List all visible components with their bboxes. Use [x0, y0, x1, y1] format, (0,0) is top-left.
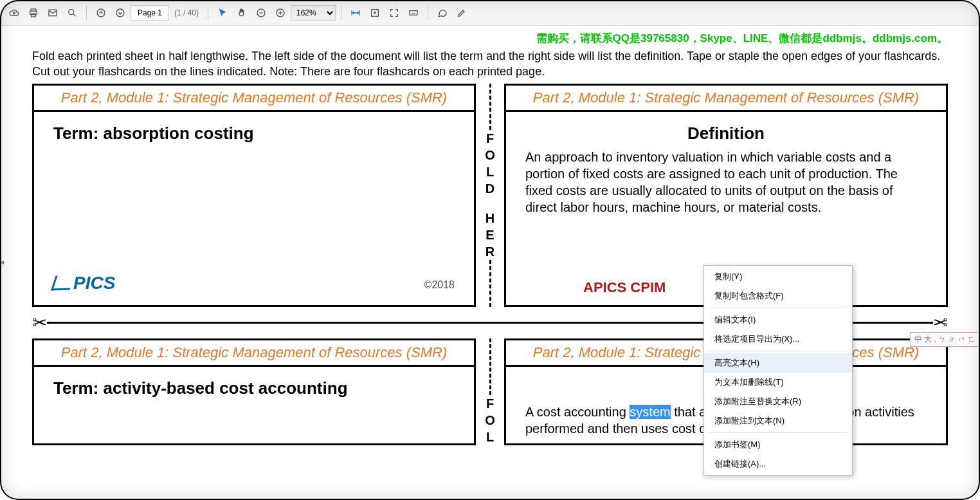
ctx-bookmark[interactable]: 添加书签(M) — [704, 435, 852, 454]
ctx-strikethrough[interactable]: 为文本加删除线(T) — [704, 373, 852, 392]
fold-letter: L — [486, 163, 494, 180]
toolbar-separator — [428, 6, 428, 20]
select-tool-icon[interactable] — [213, 4, 231, 22]
ctx-copy[interactable]: 复制(Y) — [704, 267, 852, 286]
keyboard-icon[interactable] — [404, 4, 422, 22]
panel-expand-handle[interactable]: ◂ — [0, 257, 4, 266]
email-icon[interactable] — [44, 4, 62, 22]
flashcard-term: Part 2, Module 1: Strategic Management o… — [32, 84, 476, 307]
zoom-select[interactable]: 162% — [291, 5, 336, 21]
definition-text: An approach to inventory valuation in wh… — [525, 149, 927, 216]
card-module-title: Part 2, Module 1: Strategic Management o… — [34, 86, 474, 112]
toolbar-separator — [208, 6, 208, 20]
zoom-in-icon[interactable] — [271, 4, 289, 22]
fold-letter: O — [485, 412, 495, 429]
ctx-replace-note[interactable]: 添加附注至替换文本(R) — [704, 392, 852, 411]
svg-rect-10 — [410, 10, 417, 15]
print-icon[interactable] — [24, 4, 42, 22]
search-icon[interactable] — [63, 4, 81, 22]
instructions-text: Fold each printed sheet in half lengthwi… — [32, 48, 948, 80]
fold-letter: F — [486, 395, 494, 412]
fullscreen-icon[interactable] — [385, 4, 403, 22]
scissors-icon: ✂ — [32, 312, 47, 333]
fold-line: F O L D H E R — [476, 84, 504, 307]
hand-tool-icon[interactable] — [233, 4, 251, 22]
selected-text: system — [630, 405, 670, 419]
cloud-upload-icon[interactable] — [5, 4, 23, 22]
page-up-icon[interactable] — [92, 4, 110, 22]
term-text: Term: activity-based cost accounting — [53, 378, 455, 398]
ctx-separator — [709, 432, 847, 433]
fit-page-icon[interactable] — [366, 4, 384, 22]
fold-line: F O L — [476, 338, 504, 445]
ctx-export-selection[interactable]: 将选定项目导出为(X)... — [704, 329, 852, 349]
ctx-highlight[interactable]: 高亮文本(H) — [704, 353, 852, 373]
svg-point-4 — [69, 9, 74, 14]
fold-letter: H — [485, 210, 495, 227]
zoom-out-icon[interactable] — [252, 4, 270, 22]
fit-width-icon[interactable] — [347, 4, 365, 22]
context-menu: 复制(Y) 复制时包含格式(F) 编辑文本(I) 将选定项目导出为(X)... … — [703, 265, 853, 476]
fold-letter: O — [485, 147, 495, 163]
page-count-label: (1 / 40) — [174, 8, 199, 17]
ctx-separator — [709, 351, 847, 351]
card-module-title: Part 2, Module 1: Strategic Management o… — [506, 86, 946, 112]
flashcard-term: Part 2, Module 1: Strategic Management o… — [32, 338, 476, 445]
ctx-add-note[interactable]: 添加附注到文本(N) — [704, 411, 852, 431]
ime-badge: 中 大 , ㄅ ㄆ ㄇ ㄈ — [910, 332, 980, 347]
copyright-text: ©2018 — [424, 279, 455, 291]
card-module-title: Part 2, Module 1: Strategic Management o… — [34, 340, 474, 367]
toolbar-separator — [341, 6, 341, 20]
term-text: Term: absorption costing — [53, 124, 455, 144]
ctx-edit-text[interactable]: 编辑文本(I) — [704, 310, 852, 329]
page-number-input[interactable] — [131, 5, 169, 21]
svg-point-6 — [116, 9, 124, 17]
fold-letter: F — [486, 130, 494, 147]
fold-letter: E — [485, 227, 494, 243]
page-down-icon[interactable] — [111, 4, 129, 22]
definition-heading: Definition — [525, 124, 927, 144]
ctx-copy-format[interactable]: 复制时包含格式(F) — [704, 286, 852, 306]
fold-letter: R — [485, 243, 495, 260]
pdf-toolbar: (1 / 40) 162% — [0, 0, 980, 26]
svg-point-5 — [97, 9, 105, 17]
ctx-create-link[interactable]: 创建链接(A)... — [704, 454, 852, 474]
fold-letter: D — [485, 180, 495, 197]
apics-logo: PICS — [53, 273, 115, 293]
toolbar-separator — [86, 6, 87, 20]
scissors-icon: ✂ — [933, 312, 948, 333]
fold-letter: L — [486, 429, 494, 445]
ctx-separator — [709, 308, 847, 308]
watermark-text: 需购买，请联系QQ是39765830，Skype、LINE、微信都是ddbmjs… — [32, 31, 948, 46]
highlight-pen-icon[interactable] — [453, 4, 471, 22]
comment-icon[interactable] — [433, 4, 451, 22]
